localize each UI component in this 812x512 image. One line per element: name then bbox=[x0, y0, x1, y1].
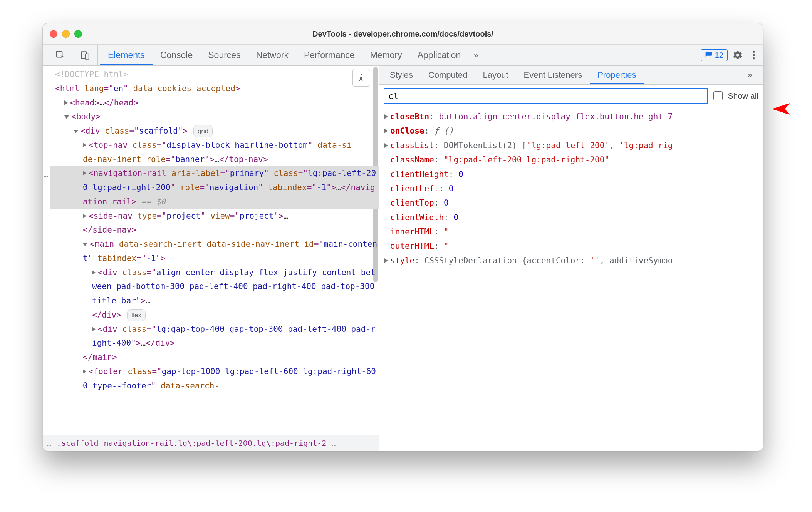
issues-count: 12 bbox=[715, 51, 723, 60]
toolbar-left-group bbox=[47, 45, 98, 65]
property-closeBtn[interactable]: closeBtn: button.align-center.display-fl… bbox=[384, 110, 761, 124]
properties-filter-input[interactable] bbox=[384, 88, 708, 104]
titlebar: DevTools - developer.chrome.com/docs/dev… bbox=[43, 23, 763, 45]
head-node[interactable]: <head>…</head> bbox=[50, 96, 379, 110]
grid-badge[interactable]: grid bbox=[193, 125, 213, 137]
panel-tab-performance[interactable]: Performance bbox=[296, 45, 362, 65]
devtools-window: DevTools - developer.chrome.com/docs/dev… bbox=[42, 23, 763, 451]
issues-button[interactable]: 12 bbox=[701, 49, 728, 61]
window-title: DevTools - developer.chrome.com/docs/dev… bbox=[43, 30, 763, 38]
main-close-node[interactable]: </main> bbox=[50, 350, 379, 365]
property-clientHeight: clientHeight: 0 bbox=[384, 167, 761, 182]
panel-tabs: ElementsConsoleSourcesNetworkPerformance… bbox=[100, 45, 468, 65]
side-nav-node[interactable]: <side-nav type="project" view="project">… bbox=[50, 209, 379, 238]
panel-tab-network[interactable]: Network bbox=[248, 45, 296, 65]
property-innerHTML: innerHTML: " bbox=[384, 225, 761, 239]
callout-arrow-icon bbox=[763, 99, 790, 119]
svg-rect-2 bbox=[85, 54, 89, 59]
property-classList[interactable]: classList: DOMTokenList(2) ['lg:pad-left… bbox=[384, 139, 761, 153]
footer-node[interactable]: <footer class="gap-top-1000 lg:pad-left-… bbox=[50, 365, 379, 393]
panel-tab-sources[interactable]: Sources bbox=[200, 45, 248, 65]
property-onClose[interactable]: onClose: ƒ () bbox=[384, 124, 761, 138]
property-outerHTML: outerHTML: " bbox=[384, 239, 761, 253]
svg-point-5 bbox=[753, 57, 755, 59]
doctype-node: <!DOCTYPE html> bbox=[50, 67, 379, 82]
split-pane: <!DOCTYPE html> <html lang="en" data-coo… bbox=[43, 66, 763, 451]
more-icon[interactable] bbox=[748, 50, 760, 60]
main-div2-node[interactable]: <div class="lg:gap-top-400 gap-top-300 p… bbox=[50, 322, 379, 351]
panel-tab-elements[interactable]: Elements bbox=[100, 45, 153, 65]
issues-icon bbox=[705, 51, 713, 59]
sidebar-pane: StylesComputedLayoutEvent ListenersPrope… bbox=[379, 66, 763, 451]
main-div1-node[interactable]: <div class="align-center display-flex ju… bbox=[50, 266, 379, 322]
sidebar-tab-layout[interactable]: Layout bbox=[475, 66, 516, 84]
html-open-node[interactable]: <html lang="en" data-cookies-accepted> bbox=[50, 82, 379, 96]
svg-point-4 bbox=[753, 54, 755, 56]
sidebar-tabs-overflow-icon[interactable]: » bbox=[740, 66, 760, 84]
panel-tab-application[interactable]: Application bbox=[410, 45, 469, 65]
svg-rect-0 bbox=[56, 51, 62, 57]
show-all-label: Show all bbox=[728, 91, 758, 100]
traffic-lights bbox=[50, 30, 82, 38]
show-all-checkbox[interactable] bbox=[713, 91, 723, 100]
svg-point-3 bbox=[753, 51, 755, 53]
breadcrumb-left-ellipsis[interactable]: … bbox=[47, 438, 51, 448]
properties-filter-row: Show all bbox=[379, 85, 763, 107]
device-toolbar-icon[interactable] bbox=[80, 50, 91, 60]
breadcrumb-navigation-rail[interactable]: navigation-rail.lg\:pad-left-200.lg\:pad… bbox=[104, 438, 326, 448]
inspect-element-icon[interactable] bbox=[55, 50, 65, 60]
sidebar-tab-computed[interactable]: Computed bbox=[421, 66, 475, 84]
panel-tab-memory[interactable]: Memory bbox=[362, 45, 410, 65]
top-nav-node[interactable]: <top-nav class="display-block hairline-b… bbox=[50, 138, 379, 167]
panel-tab-console[interactable]: Console bbox=[153, 45, 200, 65]
minimize-window-button[interactable] bbox=[62, 30, 70, 38]
sidebar-tab-styles[interactable]: Styles bbox=[382, 66, 421, 84]
zoom-window-button[interactable] bbox=[74, 30, 82, 38]
breadcrumb-scaffold[interactable]: .scaffold bbox=[57, 438, 98, 448]
panel-tabs-overflow-icon[interactable]: » bbox=[468, 51, 483, 60]
panel-toolbar: ElementsConsoleSourcesNetworkPerformance… bbox=[43, 45, 763, 66]
settings-icon[interactable] bbox=[731, 50, 744, 60]
property-clientLeft: clientLeft: 0 bbox=[384, 182, 761, 196]
elements-tree[interactable]: <!DOCTYPE html> <html lang="en" data-coo… bbox=[43, 66, 379, 435]
close-window-button[interactable] bbox=[50, 30, 57, 38]
properties-list: closeBtn: button.align-center.display-fl… bbox=[379, 107, 763, 270]
property-clientTop: clientTop: 0 bbox=[384, 196, 761, 210]
flex-badge[interactable]: flex bbox=[127, 309, 146, 321]
breadcrumb[interactable]: … .scaffold navigation-rail.lg\:pad-left… bbox=[43, 435, 379, 451]
main-node[interactable]: <main data-search-inert data-side-nav-in… bbox=[50, 237, 379, 266]
sidebar-tab-properties[interactable]: Properties bbox=[590, 66, 644, 84]
body-node[interactable]: <body> bbox=[50, 110, 379, 124]
property-className: className: "lg:pad-left-200 lg:pad-right… bbox=[384, 153, 761, 167]
div-scaffold-node[interactable]: <div class="scaffold"> grid bbox=[50, 124, 379, 138]
property-clientWidth: clientWidth: 0 bbox=[384, 211, 761, 225]
navigation-rail-node-selected[interactable]: <navigation-rail aria-label="primary" cl… bbox=[50, 166, 379, 209]
sidebar-tabs: StylesComputedLayoutEvent ListenersPrope… bbox=[379, 66, 763, 85]
property-style[interactable]: style: CSSStyleDeclaration {accentColor:… bbox=[384, 254, 761, 268]
breadcrumb-right-ellipsis[interactable]: … bbox=[332, 438, 336, 448]
elements-pane: <!DOCTYPE html> <html lang="en" data-coo… bbox=[43, 66, 379, 451]
sidebar-tab-event-listeners[interactable]: Event Listeners bbox=[516, 66, 590, 84]
